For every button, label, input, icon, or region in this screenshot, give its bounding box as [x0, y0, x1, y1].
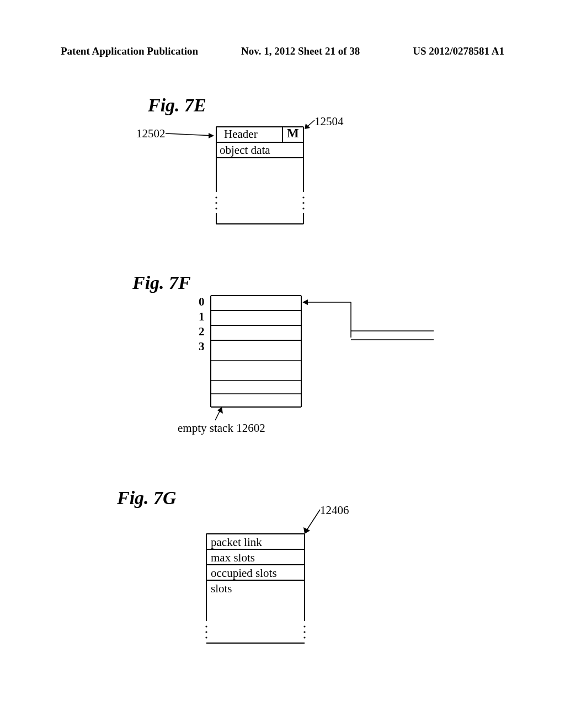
fig-7g-row2: max slots	[211, 551, 255, 565]
fig-7f-arrow-empty	[214, 406, 236, 422]
header-left: Patent Application Publication	[61, 45, 198, 57]
svg-point-3	[215, 196, 217, 198]
fig-7f-idx-3: 3	[199, 340, 205, 354]
svg-point-46	[205, 636, 207, 638]
svg-point-7	[302, 202, 304, 204]
header-middle: Nov. 1, 2012 Sheet 21 of 38	[188, 45, 413, 57]
svg-marker-16	[209, 133, 214, 138]
svg-marker-29	[302, 299, 308, 305]
fig-7e-header-cell: Header	[224, 127, 258, 141]
fig-7e-m-cell: M	[287, 126, 299, 141]
fig-7f-idx-2: 2	[199, 325, 205, 339]
fig-7g-row4: slots	[211, 582, 232, 596]
fig-7e-title: Fig. 7E	[148, 95, 206, 116]
fig-7e-data-cell: object data	[220, 143, 270, 157]
fig-7e-arrow-right	[298, 119, 320, 132]
header-right: US 2012/0278581 A1	[413, 45, 504, 57]
fig-7e-box	[215, 126, 315, 231]
page-header: Patent Application Publication Nov. 1, 2…	[61, 45, 504, 57]
svg-point-45	[205, 631, 207, 633]
fig-7g-row3: occupied slots	[211, 566, 277, 580]
svg-point-6	[302, 196, 304, 198]
svg-point-5	[215, 207, 217, 209]
fig-7g-row1: packet link	[211, 536, 262, 549]
svg-point-47	[303, 625, 305, 627]
svg-line-15	[166, 133, 213, 136]
svg-point-44	[205, 625, 207, 627]
svg-point-4	[215, 202, 217, 204]
fig-7f-box	[210, 295, 309, 421]
fig-7f-idx-1: 1	[199, 310, 205, 324]
fig-7e-arrow-left	[166, 130, 221, 141]
fig-7e-ref-left: 12502	[136, 127, 166, 141]
svg-point-49	[303, 636, 305, 638]
svg-point-48	[303, 631, 305, 633]
svg-line-36	[306, 510, 320, 532]
svg-point-8	[302, 207, 304, 209]
svg-marker-35	[217, 407, 223, 414]
fig-7f-idx-0: 0	[199, 295, 205, 309]
fig-7f-right-lines	[301, 296, 445, 345]
fig-7f-caption: empty stack 12602	[178, 421, 265, 435]
fig-7g-title: Fig. 7G	[117, 488, 177, 508]
fig-7f-title: Fig. 7F	[132, 272, 191, 293]
